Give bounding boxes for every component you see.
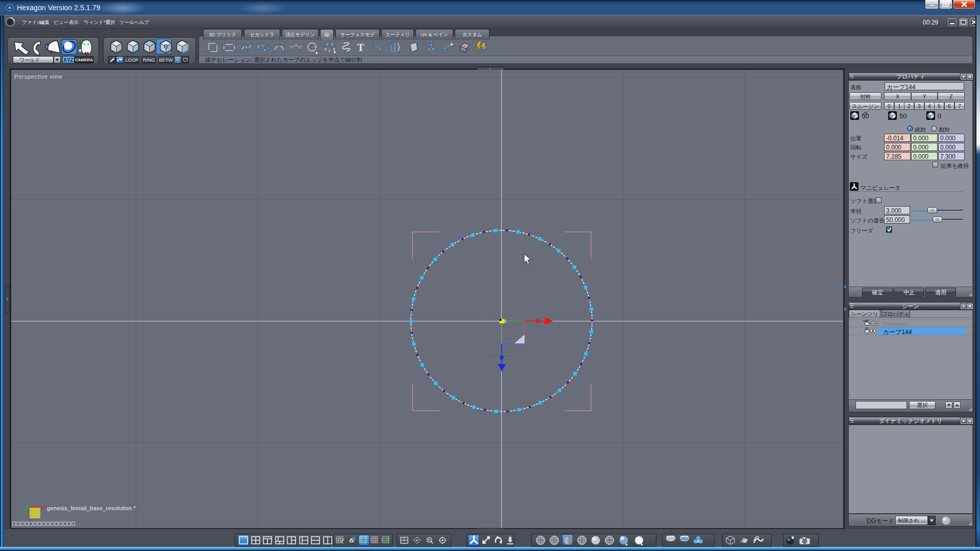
svg-text:Perspective view: Perspective view [14, 73, 62, 80]
svg-text:1: 1 [328, 48, 330, 53]
svg-text:×: × [41, 504, 44, 511]
svg-text:3: 3 [333, 47, 335, 52]
svg-text:2: 2 [324, 47, 326, 52]
svg-text:T: T [357, 41, 364, 53]
svg-text:genesis_femail_base_resolution: genesis_femail_base_resolution * [47, 505, 136, 511]
